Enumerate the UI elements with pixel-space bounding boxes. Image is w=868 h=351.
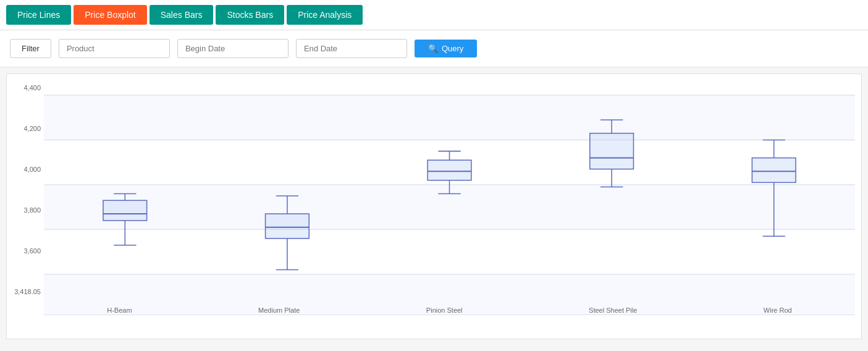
svg-rect-31 [590, 133, 634, 169]
filter-label: Filter [10, 39, 51, 58]
y-axis: 3,418.05 3,600 3,800 4,000 4,200 4,400 [10, 84, 41, 295]
svg-rect-25 [428, 160, 471, 180]
query-button[interactable]: 🔍 Query [415, 40, 477, 57]
tab-price-boxplot[interactable]: Price Boxplot [74, 5, 146, 25]
x-label-0: H-Beam [107, 307, 132, 314]
svg-rect-3 [44, 229, 855, 274]
y-label-1: 3,600 [10, 247, 41, 255]
svg-rect-37 [752, 158, 796, 182]
tab-price-analysis[interactable]: Price Analysis [287, 5, 363, 25]
chart-container: 3,418.05 3,600 3,800 4,000 4,200 4,400 H… [6, 74, 862, 339]
svg-rect-19 [266, 214, 310, 239]
query-label: Query [442, 44, 463, 53]
tab-stocks-bars[interactable]: Stocks Bars [216, 5, 284, 25]
y-label-2: 3,800 [10, 206, 41, 214]
y-label-4: 4,200 [10, 125, 41, 132]
y-label-3: 4,000 [10, 166, 41, 173]
chart-inner: 3,418.05 3,600 3,800 4,000 4,200 4,400 H… [44, 84, 855, 314]
begin-date-input[interactable] [177, 39, 289, 58]
search-icon: 🔍 [428, 44, 438, 53]
y-label-5: 4,400 [10, 84, 41, 91]
x-label-4: Wire Rod [764, 307, 792, 314]
end-date-input[interactable] [296, 39, 407, 58]
x-label-1: Medium Plate [258, 307, 300, 314]
x-axis: H-Beam Medium Plate Pinion Steel Steel S… [44, 295, 855, 314]
boxplot-chart [44, 84, 855, 315]
nav-tabs: Price Lines Price Boxplot Sales Bars Sto… [0, 0, 868, 30]
x-label-2: Pinion Steel [426, 307, 463, 314]
tab-price-lines[interactable]: Price Lines [6, 5, 71, 25]
x-label-3: Steel Sheet Pile [589, 307, 637, 314]
filter-bar: Filter 🔍 Query [0, 30, 868, 67]
y-label-0: 3,418.05 [10, 288, 41, 295]
svg-rect-0 [44, 95, 855, 140]
tab-sales-bars[interactable]: Sales Bars [150, 5, 214, 25]
product-input[interactable] [59, 39, 170, 58]
svg-rect-13 [103, 200, 147, 221]
